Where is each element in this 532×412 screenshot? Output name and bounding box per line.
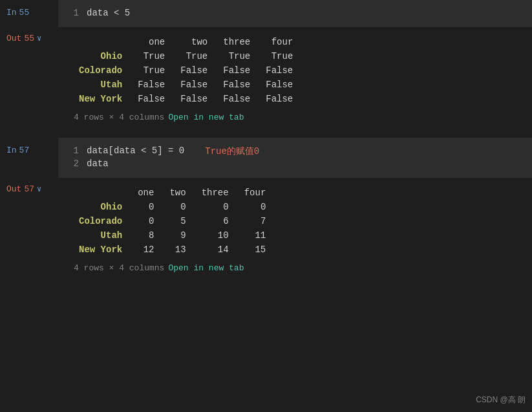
col-two: two [175,35,218,49]
output-table-57: one two three four Ohio 0 0 0 0 [74,186,276,257]
row-label-ohio: Ohio [74,49,133,63]
in-label-57: In [6,146,17,155]
open-new-tab-link-55[interactable]: Open in new tab [168,113,244,122]
output-cell-57: Out 57 ∨ one two three four Ohio [0,178,532,281]
separator-1 [0,130,532,138]
cell-co-two: False [175,63,218,78]
chevron-icon-57[interactable]: ∨ [37,184,41,194]
table-header-row-57: one two three four [74,186,276,200]
cell-co-four: False [261,63,303,78]
code-line-57-1: 1 data[data < 5] = 0 True的赋值0 [69,146,522,157]
table-info-57: 4 rows × 4 columns Open in new tab [74,263,522,273]
col-three: three [218,35,261,49]
cell-ut-two: False [175,78,218,92]
cell-ny-three: False [218,92,261,106]
line-number-2: 2 [69,158,79,169]
row-label-newyork: New York [74,92,133,106]
in-num-57: 57 [19,146,30,155]
row-label-ut-57: Utah [74,228,133,243]
row-col-count: 4 rows × 4 columns [74,113,164,122]
out-num: 55 [24,34,34,43]
cell57-co-two: 5 [164,214,196,228]
col-three-57: three [197,186,239,200]
cell-ohio-one: True [133,49,175,63]
input-cell-55: In 55 1 data < 5 [0,0,532,27]
row-label-colorado: Colorado [74,63,133,78]
cell57-co-one: 0 [133,214,164,228]
cell-ny-one: False [133,92,175,106]
output-content-57: one two three four Ohio 0 0 0 0 [58,178,532,281]
table-row: Ohio True True True True [74,49,303,63]
code-line-57-2: 2 data [69,158,522,169]
table-row: Colorado True False False False [74,63,303,78]
output-table-55: one two three four Ohio True True True T… [74,35,303,106]
row-label-utah: Utah [74,78,133,92]
col-four: four [261,35,303,49]
input-cell-57: In 57 1 data[data < 5] = 0 True的赋值0 2 da… [0,138,532,178]
cell57-ut-two: 9 [164,228,196,243]
notebook-container: In 55 1 data < 5 Out 55 ∨ one two [0,0,532,281]
col-empty-57 [74,186,133,200]
cell-label-in55: In 55 [0,0,58,27]
out-label-57: Out [6,184,21,194]
row-label-ny-57: New York [74,243,133,257]
cell57-ut-four: 11 [239,228,277,243]
cell57-ny-two: 13 [164,243,196,257]
output-cell-55: Out 55 ∨ one two three four Ohio [0,27,532,130]
input-code-55[interactable]: 1 data < 5 [58,0,532,27]
table-row: Colorado 0 5 6 7 [74,214,276,228]
chevron-icon[interactable]: ∨ [37,34,41,43]
code-snippet-57-2: data [87,158,109,169]
in-label: In [6,8,17,17]
watermark: CSDN @高 朗 [476,395,526,406]
cell-ny-two: False [175,92,218,106]
table-row: New York False False False False [74,92,303,106]
cell-ut-four: False [261,78,303,92]
cell-co-three: False [218,63,261,78]
out-num-57: 57 [24,184,34,194]
cell-label-in57: In 57 [0,138,58,178]
cell-ohio-three: True [218,49,261,63]
code-snippet-57-1: data[data < 5] = 0 [87,146,184,157]
cell57-ny-four: 15 [239,243,277,257]
cell57-ohio-two: 0 [164,200,196,214]
table-row: New York 12 13 14 15 [74,243,276,257]
cell57-ny-one: 12 [133,243,164,257]
col-four-57: four [239,186,277,200]
table-row: Ohio 0 0 0 0 [74,200,276,214]
cell-ut-one: False [133,78,175,92]
in-num: 55 [19,8,30,17]
cell57-ut-three: 10 [197,228,239,243]
cell57-ohio-three: 0 [197,200,239,214]
line-number-1: 1 [69,146,79,157]
col-one-57: one [133,186,164,200]
col-two-57: two [164,186,196,200]
cell-co-one: True [133,63,175,78]
cell57-co-three: 6 [197,214,239,228]
output-content-55: one two three four Ohio True True True T… [58,27,532,130]
out-label: Out [6,34,21,43]
cell-label-out55: Out 55 ∨ [0,27,58,130]
cell57-co-four: 7 [239,214,277,228]
col-empty [74,35,133,49]
row-col-count-57: 4 rows × 4 columns [74,263,164,273]
cell57-ny-three: 14 [197,243,239,257]
cell-label-out57: Out 57 ∨ [0,178,58,281]
row-label-co-57: Colorado [74,214,133,228]
table-info-55: 4 rows × 4 columns Open in new tab [74,113,522,122]
cell57-ohio-four: 0 [239,200,277,214]
cell-ohio-two: True [175,49,218,63]
cell57-ohio-one: 0 [133,200,164,214]
line-number: 1 [69,8,79,18]
table-header-row: one two three four [74,35,303,49]
col-one: one [133,35,175,49]
comment-true-assign: True的赋值0 [205,146,259,157]
code-snippet: data < 5 [87,8,130,18]
row-label-ohio-57: Ohio [74,200,133,214]
cell-ohio-four: True [261,49,303,63]
open-new-tab-link-57[interactable]: Open in new tab [168,263,244,273]
code-line-1: 1 data < 5 [69,8,522,18]
input-code-57[interactable]: 1 data[data < 5] = 0 True的赋值0 2 data [58,138,532,178]
cell57-ut-one: 8 [133,228,164,243]
table-row: Utah False False False False [74,78,303,92]
